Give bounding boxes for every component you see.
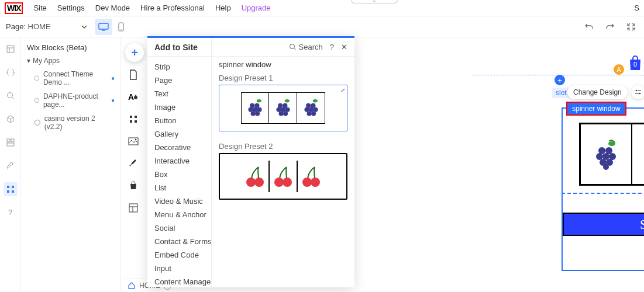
layout-icon[interactable] bbox=[128, 202, 139, 214]
svg-rect-3 bbox=[7, 46, 14, 53]
svg-point-57 bbox=[251, 111, 256, 116]
page-icon[interactable] bbox=[128, 69, 139, 81]
desktop-view-button[interactable] bbox=[95, 19, 112, 35]
grape-icon bbox=[273, 96, 293, 120]
cat-image[interactable]: Image bbox=[154, 100, 211, 114]
top-notch-icon[interactable]: ^ bbox=[351, 0, 398, 4]
wix-logo[interactable]: WIX bbox=[5, 2, 23, 14]
rail-tools-icon[interactable] bbox=[4, 159, 18, 173]
rail-apps-icon[interactable] bbox=[4, 182, 18, 196]
image-icon[interactable] bbox=[128, 135, 139, 147]
pen-icon[interactable] bbox=[128, 158, 139, 169]
svg-point-13 bbox=[635, 90, 637, 92]
svg-point-48 bbox=[135, 139, 137, 141]
apps-sidebar: Wix Blocks (Beta) ▾ My Apps Connect Them… bbox=[21, 37, 120, 292]
user-avatar[interactable]: A bbox=[614, 64, 624, 75]
sidebar-section-myapps[interactable]: ▾ My Apps bbox=[21, 54, 120, 67]
sidebar-item-label: casino version 2 (v2.2) bbox=[44, 114, 114, 131]
cat-box[interactable]: Box bbox=[154, 168, 211, 181]
update-dot-icon bbox=[112, 77, 114, 80]
svg-point-50 bbox=[290, 44, 294, 49]
rail-grid-icon[interactable] bbox=[4, 135, 18, 150]
preset1-title: Design Preset 1 bbox=[219, 74, 347, 82]
cat-strip[interactable]: Strip bbox=[154, 60, 211, 74]
cat-page[interactable]: Page bbox=[154, 74, 211, 87]
panel-help-icon[interactable]: ? bbox=[330, 43, 334, 51]
cat-contact-forms[interactable]: Contact & Forms bbox=[154, 235, 211, 248]
panel-category-rail: A bbox=[123, 69, 144, 214]
menu-settings[interactable]: Settings bbox=[57, 4, 85, 12]
change-design-button[interactable]: Change Design bbox=[567, 85, 628, 99]
zoom-out-button[interactable] bbox=[624, 20, 638, 34]
preset2-card[interactable] bbox=[219, 153, 347, 200]
add-button[interactable]: + bbox=[125, 43, 144, 62]
rail-code-icon[interactable] bbox=[4, 65, 18, 79]
page-label: Page: bbox=[6, 22, 26, 31]
panel-category-list: Strip Page Text Image Button Gallery Dec… bbox=[147, 38, 212, 287]
svg-rect-6 bbox=[11, 139, 14, 142]
page-selector[interactable]: Page: HOME bbox=[0, 22, 94, 31]
expand-icon[interactable]: ⤢ bbox=[340, 87, 345, 93]
panel-search-label: Search bbox=[299, 43, 323, 51]
cart-badge[interactable]: 0 bbox=[628, 55, 643, 71]
spinner-window-label[interactable]: spinner window bbox=[566, 102, 626, 116]
svg-point-78 bbox=[283, 178, 292, 187]
menu-hire-professional[interactable]: Hire a Professional bbox=[140, 4, 205, 12]
menu-site[interactable]: Site bbox=[33, 4, 46, 12]
preset2-title: Design Preset 2 bbox=[219, 142, 347, 151]
rail-page-icon[interactable] bbox=[4, 42, 18, 56]
cat-social[interactable]: Social bbox=[154, 221, 211, 235]
grid-dots-icon[interactable] bbox=[128, 113, 139, 125]
menu-upgrade[interactable]: Upgrade bbox=[242, 4, 271, 12]
caret-down-icon: ▾ bbox=[27, 57, 30, 65]
device-toggle bbox=[95, 19, 130, 35]
settings-icon[interactable] bbox=[631, 85, 644, 99]
svg-rect-11 bbox=[12, 190, 14, 193]
cat-video-music[interactable]: Video & Music bbox=[154, 194, 211, 208]
menu-dev-mode[interactable]: Dev Mode bbox=[95, 4, 130, 12]
panel-search[interactable]: Search bbox=[289, 43, 323, 51]
panel-close-icon[interactable]: ✕ bbox=[341, 43, 347, 51]
redo-button[interactable] bbox=[603, 20, 617, 34]
sidebar-item-label: Connect Theme Demo ... bbox=[43, 70, 108, 86]
cat-content-manager[interactable]: Content Manager bbox=[154, 275, 211, 287]
sidebar-item-connect-theme[interactable]: Connect Theme Demo ... bbox=[21, 67, 120, 89]
reel-cell bbox=[632, 124, 644, 184]
rail-cube-icon[interactable] bbox=[4, 112, 18, 126]
cat-text[interactable]: Text bbox=[154, 87, 211, 100]
cat-gallery[interactable]: Gallery bbox=[154, 127, 211, 141]
cat-interactive[interactable]: Interactive bbox=[154, 154, 211, 168]
chevron-down-icon bbox=[81, 23, 88, 30]
text-drop-icon[interactable]: A bbox=[128, 91, 139, 103]
rail-search-icon[interactable] bbox=[4, 89, 18, 103]
cat-list[interactable]: List bbox=[154, 181, 211, 194]
sidebar-item-casino[interactable]: casino version 2 (v2.2) bbox=[21, 112, 120, 134]
svg-text:?: ? bbox=[8, 208, 12, 217]
svg-rect-7 bbox=[7, 143, 14, 146]
home-icon bbox=[128, 281, 136, 290]
rail-help-icon[interactable]: ? bbox=[4, 206, 18, 220]
top-right-indicator: S bbox=[634, 4, 639, 12]
element-toolbar: Change Design ? bbox=[567, 85, 644, 99]
svg-point-70 bbox=[304, 107, 309, 112]
sidebar-item-label: DAPHNE-product page... bbox=[43, 92, 108, 109]
add-section-button[interactable]: + bbox=[555, 75, 565, 85]
svg-point-23 bbox=[603, 164, 609, 170]
cat-decorative[interactable]: Decorative bbox=[154, 141, 211, 154]
bag-icon[interactable] bbox=[128, 180, 139, 192]
grape-icon bbox=[591, 138, 621, 171]
preset1-card[interactable]: ⤢ bbox=[219, 85, 347, 131]
search-icon bbox=[289, 43, 297, 51]
sidebar-item-daphne[interactable]: DAPHNE-product page... bbox=[21, 89, 120, 112]
cat-input[interactable]: Input bbox=[154, 262, 211, 275]
page-toolbar: Page: HOME bbox=[0, 16, 644, 37]
spin-button[interactable]: SPIN bbox=[563, 213, 644, 236]
reel-cell bbox=[242, 161, 268, 192]
toolbar-right bbox=[582, 20, 644, 34]
mobile-view-button[interactable] bbox=[112, 19, 130, 35]
cat-menu-anchor[interactable]: Menu & Anchor bbox=[154, 208, 211, 221]
cat-embed-code[interactable]: Embed Code bbox=[154, 248, 211, 262]
undo-button[interactable] bbox=[582, 20, 596, 34]
menu-help[interactable]: Help bbox=[215, 4, 231, 12]
cat-button[interactable]: Button bbox=[154, 114, 211, 127]
